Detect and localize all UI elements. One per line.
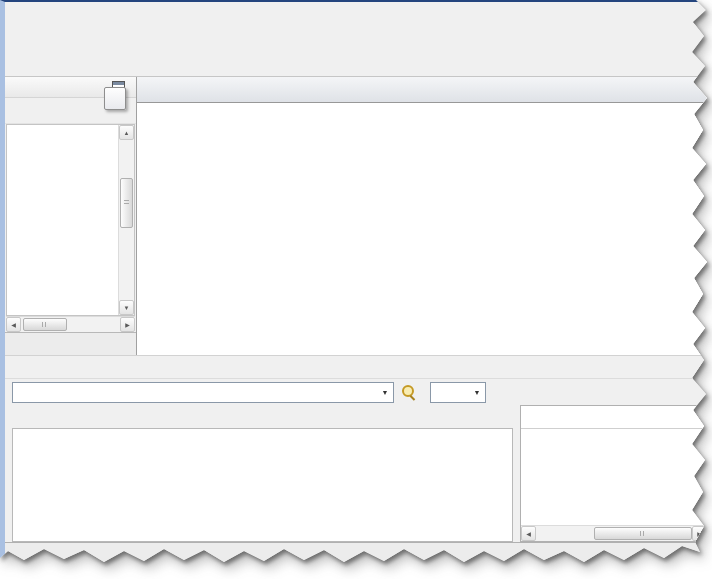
tooltip: [104, 87, 126, 110]
bottom-tab-bar: [5, 542, 707, 564]
svn-log-panel: ▼ ▼: [5, 359, 707, 542]
detail-horizontal-scrollbar[interactable]: ◀ ▶: [521, 525, 707, 541]
from-revision-combo[interactable]: ▼: [430, 382, 486, 403]
changed-paths-pane: ◀ ▶: [520, 405, 707, 542]
main-area: ▲ ▼ ◀ ▶: [5, 76, 707, 355]
projects-tree-wrap: ▲ ▼: [6, 124, 135, 316]
run-toolbar: [5, 50, 707, 76]
svn-controls: ▼ ▼: [5, 379, 707, 405]
revision-table[interactable]: [12, 428, 513, 542]
tree-horizontal-scrollbar[interactable]: ◀ ▶: [6, 316, 135, 332]
svn-toolbar: [12, 405, 513, 428]
chevron-down-icon[interactable]: ▼: [469, 383, 485, 402]
scroll-left-icon[interactable]: ◀: [6, 317, 21, 332]
editor-tab-bar: [137, 77, 707, 103]
revision-pane: [5, 405, 513, 542]
scroll-down-icon[interactable]: ▼: [119, 300, 134, 315]
editor-area: [137, 77, 707, 355]
scrollbar-thumb[interactable]: [120, 178, 133, 228]
svn-log-title: [5, 359, 707, 379]
application-window: ▲ ▼ ◀ ▶: [0, 0, 707, 571]
scrollbar-thumb[interactable]: [23, 318, 67, 331]
repository-url-combo[interactable]: ▼: [12, 382, 394, 403]
vertical-splitter[interactable]: [513, 405, 520, 542]
projects-tree: [7, 125, 118, 315]
menu-bar: [5, 2, 707, 24]
scroll-right-icon[interactable]: ▶: [692, 526, 707, 541]
svn-body: ◀ ▶: [5, 405, 707, 542]
panel-switch-tabs: [5, 332, 136, 355]
main-toolbar: [5, 24, 707, 50]
tree-vertical-scrollbar[interactable]: ▲ ▼: [118, 125, 134, 315]
screenshot-stage: ▲ ▼ ◀ ▶: [0, 0, 712, 579]
scrollbar-thumb[interactable]: [594, 527, 692, 540]
code-editor[interactable]: [137, 103, 707, 355]
detail-table-header: [521, 406, 707, 429]
search-icon[interactable]: [399, 384, 418, 401]
scroll-right-icon[interactable]: ▶: [120, 317, 135, 332]
chevron-down-icon[interactable]: ▼: [377, 383, 393, 402]
scroll-left-icon[interactable]: ◀: [521, 526, 536, 541]
projects-panel: ▲ ▼ ◀ ▶: [5, 77, 137, 355]
scroll-up-icon[interactable]: ▲: [119, 125, 134, 140]
